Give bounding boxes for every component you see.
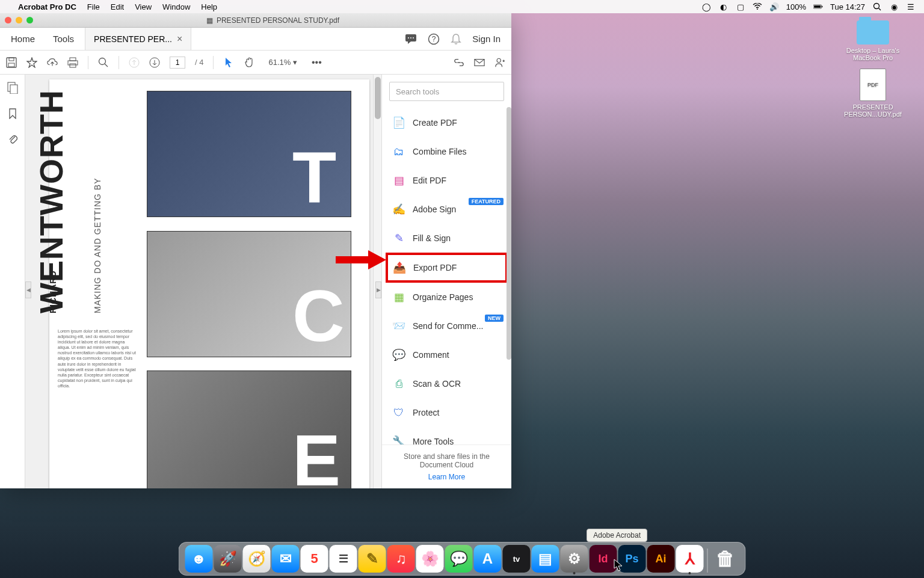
tools-button[interactable]: Tools: [53, 34, 74, 44]
tool-label: Comment: [413, 350, 449, 360]
organize-pages-icon: ▦: [392, 291, 405, 304]
tool-more-tools[interactable]: 🔧More Tools: [386, 427, 508, 444]
dock-preferences[interactable]: ⚙: [561, 545, 588, 573]
bell-icon[interactable]: [451, 33, 461, 45]
tool-edit-pdf[interactable]: ▤Edit PDF: [386, 166, 508, 195]
dock-appstore[interactable]: A: [474, 545, 502, 573]
pdf-file-icon: PDF: [860, 69, 886, 101]
attachment-icon[interactable]: [8, 134, 17, 144]
dock-separator: [707, 549, 708, 573]
search-tools-input[interactable]: Search tools: [389, 82, 504, 101]
circle-status-icon[interactable]: ◯: [702, 2, 712, 11]
desktop-pdf-file[interactable]: PDF PRESENTED PERSON...UDY.pdf: [840, 69, 906, 118]
tool-label: Adobe Sign: [413, 204, 456, 214]
close-window-button[interactable]: [5, 17, 11, 23]
print-icon[interactable]: [67, 57, 78, 68]
panel-scrollbar[interactable]: [507, 107, 511, 449]
tool-fill-sign[interactable]: ✎Fill & Sign: [386, 224, 508, 253]
menu-view[interactable]: View: [135, 2, 152, 11]
tool-comment[interactable]: 💬Comment: [386, 340, 508, 369]
svg-rect-15: [70, 58, 76, 61]
tool-label: More Tools: [413, 437, 454, 444]
dock-tv[interactable]: tv: [503, 545, 531, 573]
page-total: / 4: [195, 58, 203, 67]
macos-menubar: Acrobat Pro DC File Edit View Window Hel…: [0, 0, 924, 13]
help-icon[interactable]: ?: [428, 33, 440, 45]
home-button[interactable]: Home: [11, 34, 35, 44]
thumbnails-icon[interactable]: [7, 82, 18, 94]
cloud-upload-icon[interactable]: [47, 57, 58, 68]
menu-file[interactable]: File: [87, 2, 100, 11]
bookmark-icon[interactable]: [8, 108, 17, 119]
creative-cloud-icon[interactable]: ◐: [719, 2, 728, 11]
comment-bubble-icon[interactable]: [405, 34, 417, 45]
link-share-icon[interactable]: [454, 57, 464, 68]
dock-keynote[interactable]: ▤: [532, 545, 559, 573]
selection-tool-icon[interactable]: [223, 57, 234, 68]
tool-scan-ocr[interactable]: ⎙Scan & OCR: [386, 369, 508, 398]
sign-in-button[interactable]: Sign In: [472, 34, 500, 44]
tool-adobe-sign[interactable]: ✍Adobe SignFEATURED: [386, 195, 508, 224]
tool-protect[interactable]: 🛡Protect: [386, 398, 508, 427]
dock-acrobat[interactable]: ⅄: [676, 545, 704, 573]
add-user-icon[interactable]: [494, 57, 505, 68]
wifi-icon[interactable]: [753, 2, 762, 11]
save-icon[interactable]: [6, 57, 17, 68]
dock-safari[interactable]: 🧭: [243, 545, 271, 573]
combine-files-icon: 🗂: [392, 145, 405, 158]
dock-notes[interactable]: ✎: [359, 545, 386, 573]
menu-edit[interactable]: Edit: [111, 2, 124, 11]
menubar-app-name[interactable]: Acrobat Pro DC: [18, 2, 76, 11]
airplay-icon[interactable]: ▢: [736, 2, 745, 11]
magnifier-icon[interactable]: [98, 57, 109, 68]
more-tools-icon[interactable]: •••: [311, 57, 322, 68]
dock-launchpad[interactable]: 🚀: [214, 545, 242, 573]
menu-help[interactable]: Help: [201, 2, 217, 11]
star-icon[interactable]: [26, 57, 37, 68]
siri-icon[interactable]: ◉: [889, 2, 899, 11]
edit-pdf-icon: ▤: [392, 174, 405, 187]
dock-reminders[interactable]: ☰: [330, 545, 357, 573]
tool-send-for-comments[interactable]: 📨Send for Comme...NEW: [386, 312, 508, 340]
zoom-dropdown[interactable]: 61.1% ▾: [264, 56, 301, 69]
dock-mail[interactable]: ✉: [272, 545, 300, 573]
desktop-folder[interactable]: Desktop – Laura's MacBook Pro: [840, 20, 906, 61]
svg-rect-14: [8, 63, 14, 67]
page-down-icon[interactable]: [149, 57, 160, 68]
learn-more-link[interactable]: Learn More: [390, 473, 503, 481]
page-number-input[interactable]: [170, 57, 185, 69]
collapse-panel-handle[interactable]: ▶: [375, 281, 381, 298]
expand-left-handle[interactable]: ◀: [25, 281, 31, 298]
protect-icon: 🛡: [392, 406, 405, 419]
tool-organize-pages[interactable]: ▦Organize Pages: [386, 283, 508, 312]
tool-combine-files[interactable]: 🗂Combine Files: [386, 137, 508, 166]
tool-create-pdf[interactable]: 📄Create PDF: [386, 108, 508, 137]
maximize-window-button[interactable]: [26, 17, 33, 23]
dock-messages[interactable]: 💬: [445, 545, 473, 573]
minimize-window-button[interactable]: [16, 17, 22, 23]
page-up-icon[interactable]: [129, 57, 140, 68]
tool-export-pdf[interactable]: 📤Export PDF: [386, 253, 508, 283]
close-tab-icon[interactable]: ×: [177, 34, 182, 45]
volume-icon[interactable]: 🔊: [769, 2, 779, 11]
menubar-date[interactable]: Tue 14:27: [830, 2, 865, 11]
dock-indesign[interactable]: Id: [590, 545, 617, 573]
tools-panel: ▶ Search tools 📄Create PDF 🗂Combine File…: [381, 75, 511, 488]
dock-illustrator[interactable]: Ai: [647, 545, 675, 573]
email-icon[interactable]: [474, 57, 485, 68]
window-titlebar[interactable]: ▦ PRESENTED PERSONAL STUDY.pdf: [0, 13, 511, 28]
svg-rect-2: [822, 6, 822, 7]
dock-photos[interactable]: 🌸: [416, 545, 444, 573]
document-view[interactable]: ◀ RICHARD WENTWORTH MAKING DO AND GETTIN…: [25, 75, 381, 488]
document-tab[interactable]: PRESENTED PER... ×: [85, 28, 191, 50]
dock-finder[interactable]: ☻: [185, 545, 213, 573]
dock-music[interactable]: ♫: [387, 545, 415, 573]
menu-window[interactable]: Window: [162, 2, 190, 11]
spotlight-icon[interactable]: [872, 2, 882, 11]
dock-calendar[interactable]: 5: [301, 545, 328, 573]
tool-label: Export PDF: [413, 263, 457, 272]
notification-center-icon[interactable]: ☰: [906, 2, 916, 11]
fill-sign-icon: ✎: [392, 232, 405, 245]
hand-tool-icon[interactable]: [244, 57, 254, 68]
dock-trash[interactable]: 🗑: [712, 545, 739, 573]
